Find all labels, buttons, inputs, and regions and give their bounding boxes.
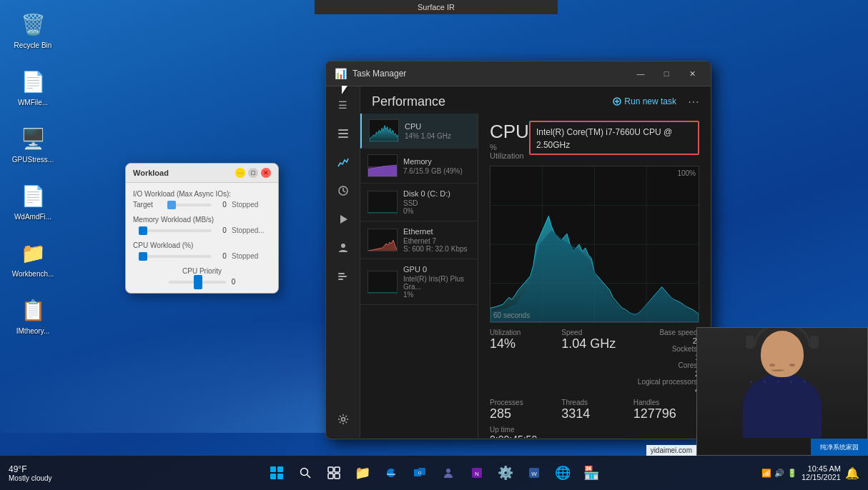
cpu-stats-top: Utilization 14% Speed 1.04 GHz Base spee… [490,329,699,394]
more-apps-button[interactable]: 🌐 [550,460,576,486]
tm-sidebar: ☰ [326,86,360,438]
cpu-detail-header: CPU % Utilization Intel(R) Core(TM) i7-7… [490,121,699,160]
tm-close-button[interactable]: ✕ [682,66,702,81]
tm-main-content: Performance Run new task ⋯ [360,86,711,438]
sidebar-icon-performance[interactable] [330,149,356,175]
file-explorer-button[interactable]: 📁 [350,460,375,486]
memory-workload-value: 0 [217,226,232,234]
task-manager-title: Task Manager [352,69,406,79]
edge-button[interactable] [378,460,404,486]
wdamdfile-icon[interactable]: 📄 WdAmdFi... [7,179,59,224]
memory-workload-row: 0 Stopped... [133,226,271,234]
gpustress-icon[interactable]: 🖥️ GPUStress... [7,121,59,167]
clock-display[interactable]: 10:45 AM 12/15/2021 [802,464,841,481]
ethernet-item-name: Ethernet [403,227,470,236]
minimize-button[interactable]: — [235,168,245,178]
perf-item-disk[interactable]: Disk 0 (C: D:) SSD 0% [360,184,478,221]
tm-header-actions: Run new task ⋯ [607,94,699,109]
cpu-workload-status: Stopped [232,252,271,260]
memory-slider-thumb [139,226,147,235]
svg-rect-21 [368,271,398,294]
system-icons: 📶 🔊 🔋 [761,469,797,478]
svg-rect-40 [335,474,340,479]
sidebar-icon-history[interactable] [330,178,356,204]
close-button[interactable]: ✕ [261,168,271,178]
svg-rect-7 [338,276,347,277]
run-new-task-button[interactable]: Run new task [607,94,682,109]
wmfile-icon[interactable]: 📄 WMFile... [7,64,59,110]
teams-button[interactable] [435,460,461,486]
maximize-button[interactable]: □ [248,168,258,178]
notification-button[interactable]: 🔔 [845,466,859,480]
network-icon[interactable]: 📶 [761,469,771,478]
word-button[interactable]: W [521,460,547,486]
sidebar-icon-users[interactable] [330,235,356,261]
desktop-icons-area: 🗑️ Recycle Bin 📄 WMFile... 🖥️ GPUStress.… [7,7,59,339]
workbench-label: Workbench... [12,270,54,279]
imtheory-icon[interactable]: 📋 IMtheory... [7,293,59,339]
tm-minimize-button[interactable]: — [631,66,651,81]
workbench-icon[interactable]: 📁 Workbench... [7,236,59,281]
task-manager-window: 📊 Task Manager — □ ✕ ☰ [325,61,711,439]
perf-item-ethernet[interactable]: Ethernet Ethernet 7 S: 600 R: 32.0 Kbps [360,221,478,259]
volume-icon[interactable]: 🔊 [774,469,784,478]
svg-rect-0 [338,129,348,131]
memory-item-detail: 7.6/15.9 GB (49%) [403,167,470,175]
battery-icon[interactable]: 🔋 [787,469,797,478]
svg-rect-34 [277,474,283,479]
tm-maximize-button[interactable]: □ [656,66,676,81]
svg-rect-31 [270,466,276,472]
onenote-button[interactable]: N [464,460,490,486]
sidebar-icon-startup[interactable] [330,206,356,232]
workload-titlebar: Workload — □ ✕ [126,164,278,183]
start-button[interactable] [264,460,290,486]
handles-stat: Handles 127796 [633,399,699,421]
gpu-mini-graph-container [368,271,398,294]
video-person [697,328,867,455]
io-slider[interactable] [167,204,212,206]
cpu-slider[interactable] [139,255,212,258]
perf-item-cpu[interactable]: CPU 14% 1.04 GHz [360,114,478,149]
sidebar-icon-settings[interactable] [330,406,356,432]
cores-label: Cores: [633,361,699,369]
outlook-button[interactable]: O [407,460,433,486]
uptime-stat: Up time 0:00:45:50 [490,426,699,438]
perf-item-gpu[interactable]: GPU 0 Intel(R) Iris(R) Plus Gra... 1% [360,259,478,305]
threads-value: 3314 [561,406,627,421]
tm-window-controls: — □ ✕ [631,66,702,81]
taskbar-settings[interactable]: ⚙️ [493,460,518,486]
search-button[interactable] [292,460,318,486]
store-button[interactable]: 🏪 [578,460,604,486]
sockets-value: 1 [633,353,699,361]
perf-item-memory[interactable]: Memory 7.6/15.9 GB (49%) [360,149,478,184]
sidebar-icon-processes[interactable] [330,121,356,146]
cpu-model-text: Intel(R) Core(TM) i7-7660U CPU @ 2.50GHz [536,127,672,150]
svg-rect-6 [338,273,345,274]
disk-item-info: Disk 0 (C: D:) SSD 0% [403,189,470,215]
utilization-value: 14% [490,336,556,351]
workload-controls: — □ ✕ [235,168,271,178]
priority-slider[interactable] [169,281,226,284]
recycle-bin-icon[interactable]: 🗑️ Recycle Bin [7,7,59,53]
recycle-bin-label: Recycle Bin [14,41,52,50]
task-view-button[interactable] [321,460,347,486]
svg-point-35 [301,469,308,476]
io-workload-row: Target 0 Stopped [133,201,271,209]
sidebar-icon-menu[interactable]: ☰ [330,92,356,118]
base-speed-value: 2. [633,336,699,345]
uptime-label: Up time [490,426,699,434]
cpu-workload-value: 0 [217,252,232,260]
wdamdfile-label: WdAmdFi... [14,213,51,221]
handles-value: 127796 [633,406,699,421]
taskbar-left: 49°F Mostly cloudy [9,464,58,482]
surface-ir-window: Surface IR [315,0,558,14]
io-workload-label: I/O Workload (Max Async IOs): [133,190,271,198]
tm-content: ☰ [326,86,711,438]
processes-stat: Processes 285 [490,399,556,421]
sidebar-icon-details[interactable] [330,264,356,289]
memory-slider[interactable] [139,229,212,232]
tm-title-left: 📊 Task Manager [335,68,406,79]
more-options-button[interactable]: ⋯ [688,95,699,109]
uptime-value: 0:00:45:50 [490,434,699,438]
gpu-item-name: GPU 0 [403,265,470,274]
